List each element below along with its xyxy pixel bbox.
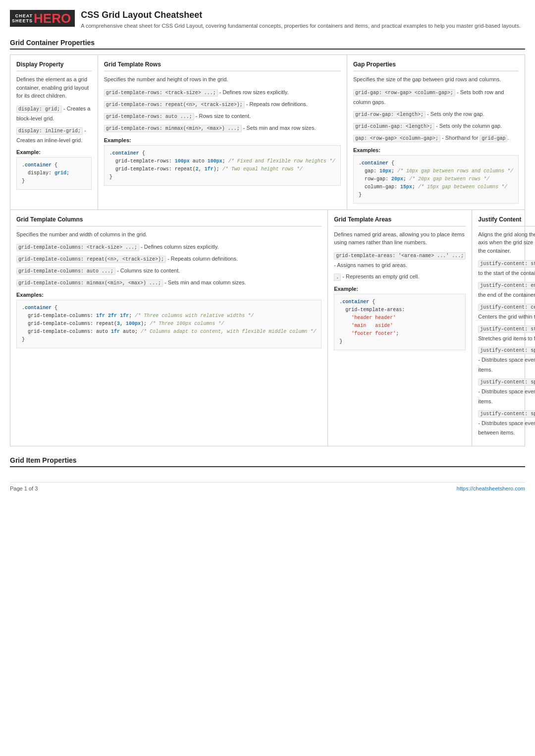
jc-code-6: justify-content: space-between; — [478, 378, 535, 386]
template-areas-desc: Defines named grid areas, allowing you t… — [334, 230, 466, 247]
logo-cheat: CHEAT — [15, 13, 33, 18]
gap-desc: Specifies the size of the gap between gr… — [353, 75, 519, 84]
tcols-item-1: grid-template-columns: <track-size> ...;… — [16, 242, 321, 252]
tcols-code-block: .container { grid-template-columns: 1fr … — [16, 300, 321, 348]
tcols-code-3: grid-template-columns: auto ...; — [16, 268, 115, 275]
trows-code-3: grid-template-rows: auto ...; — [104, 113, 194, 120]
gap-item-1: grid-gap: <row-gap> <column-gap>; - Sets… — [353, 88, 519, 108]
tareas-example-label: Example: — [334, 286, 466, 292]
gap-title: Gap Properties — [353, 61, 519, 71]
justify-content-panel: Justify Content Aligns the grid along th… — [472, 210, 535, 446]
gap-panel: Gap Properties Specifies the size of the… — [347, 55, 525, 209]
tcols-code-2: grid-template-columns: repeat(<n>, <trac… — [16, 256, 166, 263]
display-title: Display Property — [16, 61, 92, 71]
template-columns-title: Grid Template Columns — [16, 216, 321, 226]
jc-code-4: justify-content: stretch; — [478, 325, 535, 333]
trows-code-2: grid-template-rows: repeat(<n>, <track-s… — [104, 101, 245, 108]
tcols-item-3: grid-template-columns: auto ...; - Colum… — [16, 266, 321, 276]
display-code-block: .container { display: grid; } — [16, 157, 92, 190]
display-code-2: display: inline-grid; — [16, 127, 83, 135]
logo-hero: HERO — [34, 12, 71, 25]
display-panel: Display Property Defines the element as … — [10, 55, 98, 209]
footer: Page 1 of 3 https://cheatsheetshero.com — [10, 482, 525, 491]
jc-item-6: justify-content: space-between; - Distri… — [478, 377, 535, 407]
jc-item-5: justify-content: space-around; - Distrib… — [478, 345, 535, 375]
logo-sheets: SHEETS — [12, 18, 33, 23]
template-areas-panel: Grid Template Areas Defines named grid a… — [328, 210, 472, 446]
trows-item-2: grid-template-rows: repeat(<n>, <track-s… — [104, 100, 341, 109]
gap-code-2: grid-row-gap: <length>; — [353, 111, 426, 118]
page-header: CHEAT SHEETS HERO CSS Grid Layout Cheats… — [10, 10, 525, 30]
trows-item-1: grid-template-rows: <track-size> ...; - … — [104, 88, 341, 98]
jc-code-1: justify-content: start; — [478, 260, 535, 268]
jc-item-7: justify-content: space-evenly; - Distrib… — [478, 409, 535, 438]
tcols-code-4: grid-template-columns: minmax(<min>, <ma… — [16, 279, 163, 287]
trows-code-block: .container { grid-template-rows: 100px a… — [104, 145, 341, 186]
trows-item-3: grid-template-rows: auto ...; - Rows siz… — [104, 111, 341, 121]
container-section: Grid Container Properties Display Proper… — [10, 39, 525, 446]
display-desc: Defines the element as a grid container,… — [16, 75, 92, 100]
container-section-title: Grid Container Properties — [10, 39, 525, 50]
jc-item-1: justify-content: start; - Aligns to the … — [478, 259, 535, 278]
header-text: CSS Grid Layout Cheatsheet A comprehensi… — [81, 10, 521, 30]
gap-code-1: grid-gap: <row-gap> <column-gap>; — [353, 89, 455, 97]
jc-code-2: justify-content: end; — [478, 282, 535, 289]
tareas-code-block: .container { grid-template-areas: 'heade… — [334, 294, 466, 350]
template-rows-title: Grid Template Rows — [104, 61, 341, 71]
gap-item-2: grid-row-gap: <length>; - Sets only the … — [353, 109, 519, 119]
gap-code-4b: grid-gap — [480, 135, 507, 142]
template-rows-desc: Specifies the number and height of rows … — [104, 75, 341, 84]
trows-example-label: Examples: — [104, 137, 341, 143]
jc-code-3: justify-content: center; — [478, 304, 535, 311]
page-title: CSS Grid Layout Cheatsheet — [81, 10, 521, 20]
logo-left: CHEAT SHEETS — [12, 13, 33, 23]
gap-code-block: .container { gap: 10px; /* 10px gap betw… — [353, 155, 519, 204]
page-subtitle: A comprehensive cheat sheet for CSS Grid… — [81, 22, 521, 30]
trows-code-1: grid-template-rows: <track-size> ...; — [104, 89, 218, 97]
tareas-code-1: grid-template-areas: '<area-name> ...' .… — [334, 252, 466, 260]
row2-grid: Grid Template Columns Specifies the numb… — [10, 210, 525, 446]
jc-code-7: justify-content: space-evenly; — [478, 410, 535, 418]
template-rows-panel: Grid Template Rows Specifies the number … — [98, 55, 347, 209]
gap-item-4: gap: <row-gap> <column-gap>; - Shorthand… — [353, 133, 519, 143]
item-section-title: Grid Item Properties — [10, 456, 525, 467]
gap-code-3: grid-column-gap: <length>; — [353, 123, 434, 130]
footer-link[interactable]: https://cheatsheetshero.com — [457, 486, 525, 491]
justify-content-title: Justify Content — [478, 216, 535, 226]
trows-item-4: grid-template-rows: minmax(<min>, <max>)… — [104, 123, 341, 133]
tcols-item-2: grid-template-columns: repeat(<n>, <trac… — [16, 254, 321, 264]
gap-example-label: Examples: — [353, 147, 519, 153]
display-item-2: display: inline-grid; - Creates an inlin… — [16, 126, 92, 146]
trows-code-4: grid-template-rows: minmax(<min>, <max>)… — [104, 125, 242, 132]
display-example-label: Example: — [16, 149, 92, 155]
template-columns-panel: Grid Template Columns Specifies the numb… — [10, 210, 328, 446]
tareas-item-2: . - Represents an empty grid cell. — [334, 272, 466, 282]
jc-item-3: justify-content: center; - Centers the g… — [478, 302, 535, 322]
jc-item-4: justify-content: stretch; - Stretches gr… — [478, 324, 535, 344]
display-code-1: display: grid; — [16, 106, 62, 113]
tareas-code-2: . — [334, 273, 341, 281]
tcols-item-4: grid-template-columns: minmax(<min>, <ma… — [16, 278, 321, 288]
logo: CHEAT SHEETS HERO — [10, 10, 75, 27]
jc-item-2: justify-content: end; - Aligns to the en… — [478, 280, 535, 300]
display-item-1: display: grid; - Creates a block-level g… — [16, 104, 92, 124]
gap-item-3: grid-column-gap: <length>; - Sets only t… — [353, 121, 519, 131]
tareas-item-1: grid-template-areas: '<area-name> ...' .… — [334, 251, 466, 270]
template-areas-title: Grid Template Areas — [334, 216, 466, 226]
tcols-example-label: Examples: — [16, 292, 321, 298]
tcols-code-1: grid-template-columns: <track-size> ...; — [16, 244, 139, 251]
gap-code-4: gap: <row-gap> <column-gap>; — [353, 135, 440, 142]
item-section: Grid Item Properties — [10, 456, 525, 467]
row1-grid: Display Property Defines the element as … — [10, 54, 525, 210]
template-columns-desc: Specifies the number and width of column… — [16, 230, 321, 239]
justify-content-desc: Aligns the grid along the inline (row) a… — [478, 230, 535, 255]
jc-code-5: justify-content: space-around; — [478, 347, 535, 354]
page-number: Page 1 of 3 — [10, 486, 38, 491]
